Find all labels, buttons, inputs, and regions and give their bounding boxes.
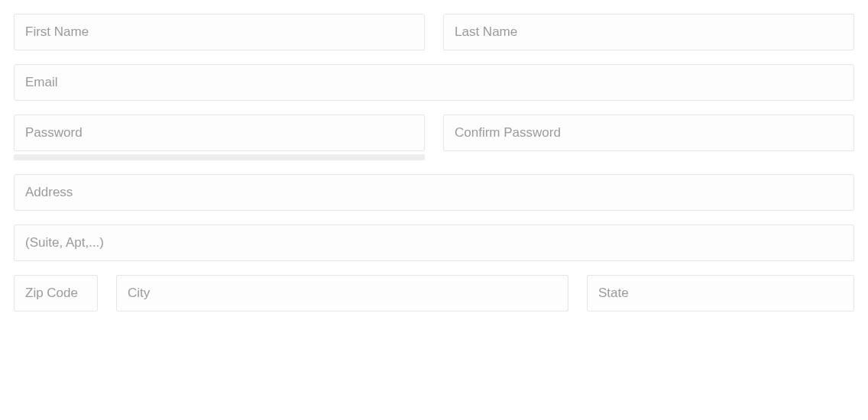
password-strength-bar [14, 154, 425, 160]
address2-field[interactable] [14, 225, 854, 261]
first-name-field[interactable] [14, 14, 425, 50]
address2-row [14, 225, 854, 261]
zip-field[interactable] [14, 275, 98, 312]
confirm-password-field[interactable] [443, 115, 854, 151]
registration-form [14, 14, 854, 312]
last-name-field[interactable] [443, 14, 854, 50]
address-row [14, 174, 854, 211]
email-field[interactable] [14, 64, 854, 101]
city-field[interactable] [116, 275, 568, 312]
address-field[interactable] [14, 174, 854, 211]
state-field[interactable] [587, 275, 854, 312]
password-row [14, 115, 854, 160]
email-row [14, 64, 854, 101]
location-row [14, 275, 854, 312]
name-row [14, 14, 854, 50]
password-field[interactable] [14, 115, 425, 151]
